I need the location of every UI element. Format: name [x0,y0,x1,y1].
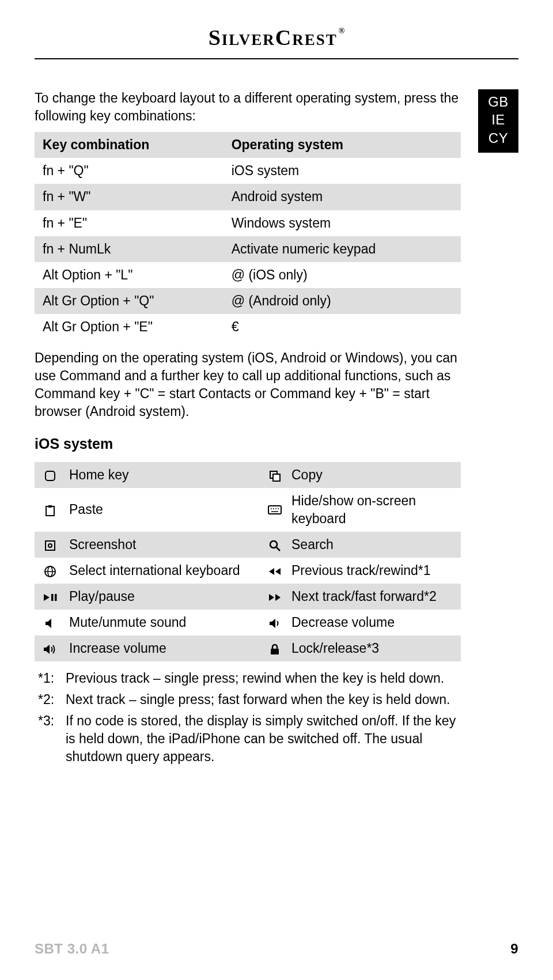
page-number: 9 [510,940,518,958]
fn-label: Lock/release*3 [288,635,461,661]
header-rule [35,58,518,59]
previous-track-icon [268,565,282,577]
footnote: *2: Next track – single press; fast forw… [35,691,461,709]
fn-label: Search [288,532,461,558]
footnote-text: If no code is stored, the display is sim… [66,712,461,766]
screenshot-icon [44,539,56,552]
key-combination-table: Key combination Operating system fn + "Q… [35,132,461,339]
svg-marker-25 [46,619,51,628]
play-pause-icon [43,591,58,603]
fn-label: Home key [66,462,262,488]
fn-label: Play/pause [66,584,262,610]
table-row: Alt Gr Option + "E"€ [35,314,461,340]
table-row: Alt Option + "L"@ (iOS only) [35,262,461,288]
svg-marker-18 [269,568,274,575]
fn-label: Screenshot [66,532,262,558]
svg-rect-28 [271,649,279,654]
registered-icon: ® [339,27,346,35]
fn-label: Select international keyboard [66,558,262,584]
table-row: Alt Gr Option + "Q"@ (Android only) [35,288,461,314]
col-key-combination: Key combination [35,132,224,158]
svg-rect-2 [273,474,280,481]
footnotes: *1: Previous track – single press; rewin… [35,669,461,766]
table-row: Mute/unmute sound Decrease volume [35,610,461,635]
svg-rect-5 [268,506,281,514]
table-row: Paste Hide/show on-screen keyboard [35,488,461,532]
table-row: Home key Copy [35,462,461,488]
svg-marker-27 [44,645,50,654]
search-icon [268,539,281,552]
fn-label: Mute/unmute sound [66,610,262,635]
svg-line-14 [276,547,280,551]
home-icon [44,469,56,482]
table-row: fn + NumLkActivate numeric keypad [35,236,461,262]
svg-marker-23 [269,594,274,601]
product-model: SBT 3.0 A1 [35,940,109,958]
explanation-text: Depending on the operating system (iOS, … [35,349,461,421]
fn-label: Increase volume [66,635,262,661]
footnote-key: *2: [35,691,66,709]
svg-rect-0 [46,471,55,480]
fn-label: Previous track/rewind*1 [288,558,461,584]
svg-rect-22 [55,594,57,601]
table-row: Play/pause Next track/fast forward*2 [35,584,461,610]
svg-point-13 [270,541,277,548]
svg-marker-20 [44,594,50,601]
footnote-text: Previous track – single press; rewind wh… [66,669,461,687]
copy-icon [268,469,281,482]
volume-up-icon [43,642,58,655]
svg-marker-26 [270,619,275,628]
footnote: *3: If no code is stored, the display is… [35,712,461,766]
brand-logo: SilverCrest® [209,23,345,52]
fn-label: Copy [288,462,461,488]
globe-icon [44,565,56,578]
table-header-row: Key combination Operating system [35,132,461,158]
header: SilverCrest® [35,23,518,67]
volume-down-icon [268,616,281,629]
lang-code: IE [478,111,518,128]
table-row: fn + "W"Android system [35,184,461,210]
col-operating-system: Operating system [224,132,461,158]
keyboard-icon [268,504,282,516]
lang-code: CY [478,129,518,147]
section-title-ios: iOS system [35,434,461,454]
svg-marker-24 [275,594,281,601]
table-row: fn + "E"Windows system [35,210,461,236]
page-footer: SBT 3.0 A1 9 [35,940,518,958]
table-row: Increase volume Lock/release*3 [35,635,461,661]
footnote-key: *1: [35,669,66,687]
fn-label: Hide/show on-screen keyboard [288,488,461,532]
fn-label: Next track/fast forward*2 [288,584,461,610]
footnote-key: *3: [35,712,66,766]
footnote: *1: Previous track – single press; rewin… [35,669,461,687]
svg-marker-19 [275,568,281,575]
language-badge: GB IE CY [478,89,518,153]
mute-icon [44,616,56,629]
next-track-icon [268,591,282,603]
lang-code: GB [478,93,518,111]
table-row: Select international keyboard Previous t… [35,558,461,584]
svg-rect-4 [48,505,52,508]
footnote-text: Next track – single press; fast forward … [66,691,461,709]
svg-rect-21 [51,594,54,601]
ios-function-table: Home key Copy Paste Hide/show on-screen … [35,462,461,661]
fn-label: Decrease volume [288,610,461,635]
intro-text: To change the keyboard layout to a diffe… [35,89,461,125]
svg-rect-3 [46,506,54,516]
table-row: fn + "Q"iOS system [35,158,461,184]
paste-icon [44,504,56,517]
svg-point-12 [48,544,52,547]
fn-label: Paste [66,488,262,532]
lock-icon [269,642,281,656]
table-row: Screenshot Search [35,532,461,558]
svg-rect-11 [46,541,55,550]
